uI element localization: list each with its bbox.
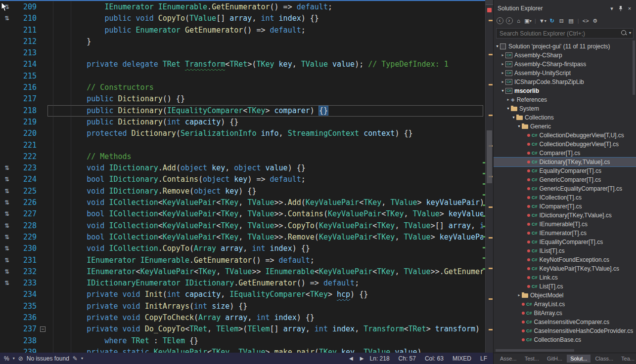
code-text[interactable]: // Constructors xyxy=(47,82,483,93)
code-line[interactable]: 214 private delegate TRet Transform<TRet… xyxy=(0,59,483,70)
code-line[interactable]: ⇅233 IDictionaryEnumerator IDictionary.G… xyxy=(0,278,483,289)
inheritance-glyph-icon[interactable]: ⇅ xyxy=(0,197,14,208)
line-number[interactable]: 220 xyxy=(14,128,39,139)
expand-arrow-icon[interactable]: ▾ xyxy=(516,122,522,131)
tree-item[interactable]: C#CollectionDebuggerView[T].cs xyxy=(494,140,636,149)
expand-arrow-icon[interactable]: ▾ xyxy=(500,86,505,95)
code-line[interactable]: ⇅230 void ICollection.CopyTo(Array array… xyxy=(0,243,483,254)
tree-item[interactable]: C#CaseInsensitiveHashCodeProvider.cs xyxy=(494,326,636,335)
view-code-icon[interactable]: <> xyxy=(582,16,590,25)
code-line[interactable]: 219 public Dictionary(int capacity) {} xyxy=(0,117,483,128)
code-line[interactable]: 222 // Methods xyxy=(0,151,483,162)
code-text[interactable]: public Dictionary(IEqualityComparer<TKey… xyxy=(47,105,483,117)
zoom-level[interactable]: % xyxy=(4,355,9,362)
line-number[interactable]: 218 xyxy=(14,105,39,117)
pin-icon[interactable] xyxy=(616,4,625,12)
panel-tab[interactable]: Solut... xyxy=(567,355,591,363)
code-line[interactable]: ⇅232 IEnumerator<KeyValuePair<TKey, TVal… xyxy=(0,266,483,278)
code-text[interactable]: private delegate TRet Transform<TRet>(TK… xyxy=(47,59,483,70)
line-number[interactable]: 216 xyxy=(14,82,39,93)
code-line[interactable]: ⇅226 void ICollection<KeyValuePair<TKey,… xyxy=(0,197,483,208)
line-number[interactable]: 214 xyxy=(14,59,39,70)
inheritance-glyph-icon[interactable]: ⇅ xyxy=(0,232,14,243)
tree-item[interactable]: C#Dictionary[TKey,TValue].cs xyxy=(494,158,636,166)
code-line[interactable]: 212 } xyxy=(0,36,483,47)
close-icon[interactable]: × xyxy=(625,4,634,12)
code-line[interactable]: 216 // Constructors xyxy=(0,82,483,93)
fold-box[interactable]: − xyxy=(40,326,45,332)
line-number[interactable]: 217 xyxy=(14,93,39,105)
issues-status[interactable]: No issues found xyxy=(27,355,69,362)
editor-vertical-scrollbar[interactable] xyxy=(485,0,493,353)
code-line[interactable]: 237− private void Do_CopyTo<TRet, TElem>… xyxy=(0,324,483,335)
code-text[interactable]: private void Do_CopyTo<TRet, TElem>(TEle… xyxy=(47,324,483,335)
column-indicator[interactable]: Col: 63 xyxy=(425,355,444,362)
sync-icon[interactable]: ↻ xyxy=(548,16,556,25)
code-line[interactable]: ⇅229 bool ICollection<KeyValuePair<TKey,… xyxy=(0,232,483,243)
code-line[interactable]: ⇅225 void IDictionary.Remove(object key)… xyxy=(0,186,483,197)
code-text[interactable]: private static KeyValuePair<TKey, TValue… xyxy=(47,347,483,353)
tree-item[interactable]: C#KeyValuePair[TKey,TValue].cs xyxy=(494,264,636,273)
inheritance-glyph-icon[interactable]: ⇅ xyxy=(0,174,14,185)
line-number[interactable]: 209 xyxy=(14,1,39,13)
tree-item[interactable]: C#IEqualityComparer[T].cs xyxy=(494,238,636,246)
line-number[interactable]: 238 xyxy=(14,335,39,347)
line-number[interactable]: 210 xyxy=(14,13,39,24)
code-text[interactable]: public void CopyTo(TValue[] array, int i… xyxy=(47,13,483,24)
tree-item[interactable]: C#CollectionBase.cs xyxy=(494,335,636,344)
code-line[interactable]: ⇅231 IEnumerator IEnumerable.GetEnumerat… xyxy=(0,255,483,266)
code-text[interactable]: void IDictionary.Add(object key, object … xyxy=(47,162,483,174)
code-text[interactable]: IEnumerator<KeyValuePair<TKey, TValue>> … xyxy=(47,266,483,278)
code-line[interactable]: 234 private void Init(int capacity, IEqu… xyxy=(0,289,483,300)
code-line[interactable]: 218 public Dictionary(IEqualityComparer<… xyxy=(0,105,483,117)
tree-item[interactable]: ▾Generic xyxy=(494,122,636,131)
code-line[interactable]: ⇅223 void IDictionary.Add(object key, ob… xyxy=(0,162,483,174)
line-number[interactable]: 228 xyxy=(14,220,39,232)
code-editor[interactable]: ⇅209 IEnumerator IEnumerable.GetEnumerat… xyxy=(0,0,493,353)
line-number[interactable]: 235 xyxy=(14,301,39,312)
tree-item[interactable]: ▸C#ICSharpCode.SharpZipLib xyxy=(494,78,636,86)
filter-icon[interactable]: ▼▾ xyxy=(539,16,547,25)
chevron-down-icon[interactable]: ▾ xyxy=(81,356,83,361)
splitter-grip[interactable] xyxy=(486,0,493,5)
code-text[interactable]: } xyxy=(47,36,483,47)
tree-item[interactable]: ▸◈References xyxy=(494,95,636,104)
scroll-right-icon[interactable]: ▶ xyxy=(360,356,364,361)
no-issues-icon[interactable]: ⊘ xyxy=(18,355,23,362)
scope-icon[interactable]: ▣▾ xyxy=(524,16,532,25)
tree-item[interactable]: ▸C#Assembly-CSharp xyxy=(494,51,636,60)
panel-tab[interactable]: Test... xyxy=(521,355,543,363)
tree-horizontal-scrollbar[interactable] xyxy=(495,348,630,353)
home-icon[interactable]: ⌂ xyxy=(514,16,523,25)
code-text[interactable]: public Enumerator GetEnumerator() => def… xyxy=(47,25,483,36)
tree-item[interactable]: C#Comparer[T].cs xyxy=(494,149,636,158)
panel-tab[interactable]: Asse... xyxy=(497,355,520,363)
collapse-all-icon[interactable]: ⊟ xyxy=(557,16,566,25)
inheritance-glyph-icon[interactable]: ⇅ xyxy=(0,162,14,174)
tree-item[interactable]: C#List[T].cs xyxy=(494,282,636,291)
line-number[interactable]: 237 xyxy=(14,324,39,335)
code-text[interactable]: private void CopyToCheck(Array array, in… xyxy=(47,312,483,324)
tree-item[interactable]: ▸C#Assembly-UnityScript xyxy=(494,69,636,78)
line-indicator[interactable]: Ln: 218 xyxy=(370,355,390,362)
line-number[interactable]: 219 xyxy=(14,117,39,128)
window-position-icon[interactable]: ▾ xyxy=(607,4,616,12)
line-number[interactable]: 227 xyxy=(14,208,39,220)
code-text[interactable]: public Dictionary(int capacity) {} xyxy=(47,117,483,128)
scroll-left-icon[interactable]: ◀ xyxy=(349,356,353,361)
code-text[interactable]: private void Init(int capacity, IEqualit… xyxy=(47,289,483,300)
tree-item[interactable]: C#ArrayList.cs xyxy=(494,300,636,309)
code-text[interactable]: IDictionaryEnumerator IDictionary.GetEnu… xyxy=(47,278,483,289)
expand-arrow-icon[interactable]: ▸ xyxy=(500,69,505,78)
line-number[interactable]: 223 xyxy=(14,162,39,174)
code-line[interactable]: 211 public Enumerator GetEnumerator() =>… xyxy=(0,25,483,36)
code-text[interactable]: public Dictionary() {} xyxy=(47,93,483,105)
code-line[interactable]: 238 where TRet : TElem {} xyxy=(0,335,483,347)
code-text[interactable] xyxy=(47,47,483,59)
scrollbar-thumb[interactable] xyxy=(487,130,492,183)
code-text[interactable]: void IDictionary.Remove(object key) {} xyxy=(47,186,483,197)
line-number[interactable]: 236 xyxy=(14,312,39,324)
tree-item[interactable]: C#IDictionary[TKey,TValue].cs xyxy=(494,211,636,220)
code-line[interactable]: 217 public Dictionary() {} xyxy=(0,93,483,105)
expand-arrow-icon[interactable]: ▸ xyxy=(500,78,505,86)
